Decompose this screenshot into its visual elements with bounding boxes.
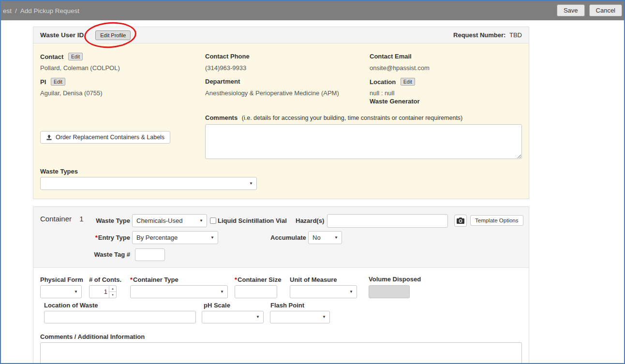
- edit-contact-button[interactable]: Edit: [68, 53, 83, 60]
- container-type-label-text: Container Type: [133, 276, 179, 283]
- container-type-select[interactable]: ▼: [130, 285, 228, 298]
- spinner-down-icon[interactable]: ▼: [109, 292, 116, 298]
- comments-textarea[interactable]: [205, 124, 522, 159]
- location-value: null : null: [370, 89, 394, 97]
- entry-type-label: *Entry Type: [82, 234, 130, 241]
- entry-type-label-text: Entry Type: [98, 234, 130, 241]
- container-panel-header: Container 1 Waste Type Chemicals-Used ▼ …: [33, 207, 529, 268]
- chevron-down-icon: ▼: [220, 290, 224, 294]
- container-number: 1: [79, 215, 83, 223]
- topbar-actions: Save Cancel: [557, 4, 622, 16]
- waste-tag-label: Waste Tag #: [82, 251, 130, 258]
- waste-type-value: Chemicals-Used: [136, 217, 182, 224]
- spinner-up-icon[interactable]: ▲: [109, 286, 116, 292]
- flash-point-select[interactable]: ▼: [270, 311, 330, 323]
- breadcrumb-separator: /: [15, 7, 17, 15]
- pi-label: PI Edit: [40, 78, 65, 86]
- physical-form-label: Physical Form: [40, 276, 83, 283]
- waste-user-panel: Waste User ID Edit Profile Request Numbe…: [33, 27, 529, 199]
- waste-types-select[interactable]: ▼: [40, 177, 257, 190]
- container-size-label-text: Container Size: [238, 276, 281, 283]
- department-label: Department: [205, 78, 240, 85]
- waste-tag-input[interactable]: [135, 248, 165, 261]
- flash-point-label: Flash Point: [270, 302, 304, 309]
- unit-of-measure-select[interactable]: ▼: [290, 285, 357, 298]
- comments-label-text: Comments: [205, 114, 238, 121]
- ph-scale-label: pH Scale: [204, 302, 230, 309]
- unit-of-measure-label: Unit of Measure: [290, 276, 337, 283]
- edit-profile-button[interactable]: Edit Profile: [95, 30, 131, 40]
- num-conts-stepper: ▲ ▼: [89, 285, 117, 298]
- num-conts-label: # of Conts.: [89, 276, 121, 283]
- waste-type-select[interactable]: Chemicals-Used ▼: [132, 214, 207, 227]
- chevron-down-icon: ▼: [199, 218, 203, 223]
- accumulate-select[interactable]: No ▼: [308, 231, 342, 244]
- container-panel-body: Physical Form # of Conts. *Container Typ…: [33, 268, 529, 364]
- hazards-label: Hazard(s): [296, 217, 324, 224]
- chevron-down-icon: ▼: [334, 235, 338, 240]
- waste-user-id-label: Waste User ID: [40, 31, 84, 39]
- pi-value: Aguilar, Denisa (0755): [40, 89, 103, 97]
- comments-label: Comments (i.e. details for accessing you…: [205, 114, 462, 121]
- breadcrumb-parent[interactable]: est: [3, 7, 12, 15]
- edit-pi-button[interactable]: Edit: [51, 78, 65, 86]
- hazards-input[interactable]: [327, 214, 448, 228]
- waste-user-panel-header: Waste User ID Edit Profile Request Numbe…: [33, 27, 529, 44]
- upload-icon: [46, 134, 52, 141]
- container-panel: Container 1 Waste Type Chemicals-Used ▼ …: [33, 206, 529, 364]
- container-title: Container 1: [40, 215, 84, 223]
- location-of-waste-input[interactable]: [44, 311, 196, 323]
- waste-generator-label: Waste Generator: [370, 98, 420, 105]
- request-number-label: Request Number:: [453, 31, 506, 39]
- accumulate-label: Accumulate: [270, 234, 306, 241]
- order-replacement-button[interactable]: Order Replacement Containers & Labels: [40, 131, 170, 144]
- contact-phone-label: Contact Phone: [205, 53, 250, 60]
- order-replacement-label: Order Replacement Containers & Labels: [56, 134, 164, 141]
- breadcrumb: est / Add Pickup Request: [3, 7, 79, 15]
- volume-disposed-label: Volume Disposed: [369, 276, 421, 283]
- waste-user-panel-body: Contact Edit Pollard, Coleman (COLPOL) P…: [33, 44, 529, 199]
- required-asterisk: *: [95, 234, 98, 241]
- entry-type-value: By Percentage: [136, 234, 178, 241]
- chevron-down-icon: ▼: [322, 315, 326, 319]
- entry-type-select[interactable]: By Percentage ▼: [132, 231, 218, 244]
- template-options-button[interactable]: Template Options: [470, 215, 523, 226]
- chevron-down-icon: ▼: [349, 290, 353, 294]
- edit-location-button[interactable]: Edit: [401, 78, 415, 86]
- physical-form-select[interactable]: ▼: [40, 285, 82, 298]
- contact-label-text: Contact: [40, 53, 63, 60]
- contact-email-label: Contact Email: [370, 53, 412, 60]
- container-size-label: *Container Size: [235, 276, 281, 283]
- container-type-label: *Container Type: [130, 276, 179, 283]
- chevron-down-icon: ▼: [210, 235, 214, 240]
- department-value: Anesthesiology & Perioperative Medicine …: [205, 89, 339, 97]
- required-asterisk: *: [130, 276, 133, 283]
- chevron-down-icon: ▼: [256, 315, 260, 319]
- camera-button[interactable]: [454, 215, 467, 227]
- contact-email-value: onsite@hpassist.com: [370, 64, 430, 72]
- request-number-value: TBD: [509, 31, 522, 39]
- liquid-scintillation-vial-checkbox[interactable]: [210, 218, 216, 224]
- num-conts-spinner[interactable]: ▲ ▼: [109, 286, 116, 298]
- location-label: Location Edit: [370, 78, 415, 86]
- camera-icon: [457, 218, 464, 224]
- add-pickup-request-page: est / Add Pickup Request Save Cancel Was…: [0, 0, 625, 364]
- location-of-waste-label: Location of Waste: [44, 302, 98, 309]
- container-title-text: Container: [40, 215, 72, 223]
- location-label-text: Location: [370, 78, 396, 86]
- liquid-scintillation-vial-label: Liquid Scintillation Vial: [218, 217, 287, 224]
- volume-disposed-input: [369, 285, 410, 298]
- required-asterisk: *: [235, 276, 237, 283]
- save-button[interactable]: Save: [557, 4, 585, 16]
- contact-value: Pollard, Coleman (COLPOL): [40, 64, 120, 72]
- container-comments-textarea[interactable]: [40, 342, 522, 364]
- chevron-down-icon: ▼: [249, 181, 253, 186]
- container-size-input[interactable]: [235, 285, 277, 298]
- ph-scale-select[interactable]: ▼: [202, 311, 264, 323]
- accumulate-value: No: [312, 234, 321, 241]
- pi-label-text: PI: [40, 78, 46, 86]
- cancel-button[interactable]: Cancel: [589, 4, 622, 16]
- container-comments-label: Comments / Additional Information: [40, 333, 145, 340]
- comments-hint: (i.e. details for accessing your buildin…: [242, 115, 462, 121]
- request-number: Request Number: TBD: [453, 31, 522, 39]
